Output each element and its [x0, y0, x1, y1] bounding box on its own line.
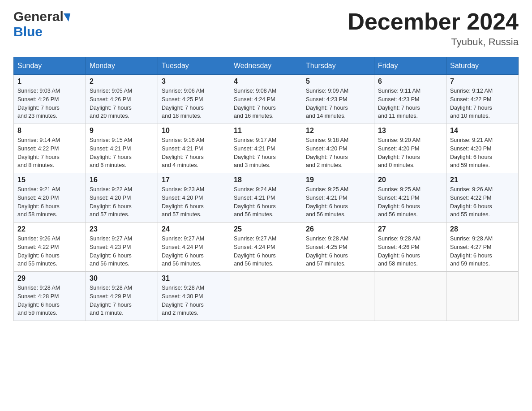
day-number: 10 [162, 127, 226, 135]
col-friday: Friday [374, 57, 446, 75]
day-info: Sunrise: 9:12 AMSunset: 4:22 PMDaylight:… [450, 87, 515, 120]
day-number: 9 [90, 127, 154, 135]
day-info: Sunrise: 9:28 AMSunset: 4:26 PMDaylight:… [378, 235, 442, 268]
calendar-cell: 16 Sunrise: 9:22 AMSunset: 4:20 PMDaylig… [86, 173, 158, 223]
logo: General Blue [13, 9, 70, 39]
day-number: 24 [162, 225, 226, 233]
week-row-5: 29 Sunrise: 9:28 AMSunset: 4:28 PMDaylig… [14, 272, 519, 321]
day-info: Sunrise: 9:28 AMSunset: 4:29 PMDaylight:… [90, 284, 154, 317]
day-number: 28 [450, 225, 515, 233]
day-info: Sunrise: 9:08 AMSunset: 4:24 PMDaylight:… [234, 87, 298, 120]
day-info: Sunrise: 9:11 AMSunset: 4:23 PMDaylight:… [378, 87, 442, 120]
day-info: Sunrise: 9:28 AMSunset: 4:25 PMDaylight:… [306, 235, 370, 268]
day-number: 15 [17, 176, 82, 184]
day-info: Sunrise: 9:28 AMSunset: 4:28 PMDaylight:… [17, 284, 82, 317]
calendar-cell: 7 Sunrise: 9:12 AMSunset: 4:22 PMDayligh… [446, 75, 519, 124]
page-header: General Blue December 2024 Tyubuk, Russi… [13, 9, 519, 48]
day-number: 18 [234, 176, 298, 184]
calendar-cell: 19 Sunrise: 9:25 AMSunset: 4:21 PMDaylig… [302, 173, 374, 223]
day-info: Sunrise: 9:15 AMSunset: 4:21 PMDaylight:… [90, 136, 154, 170]
calendar-cell: 3 Sunrise: 9:06 AMSunset: 4:25 PMDayligh… [158, 75, 230, 124]
col-monday: Monday [86, 57, 158, 75]
day-info: Sunrise: 9:28 AMSunset: 4:27 PMDaylight:… [450, 235, 515, 268]
day-info: Sunrise: 9:05 AMSunset: 4:26 PMDaylight:… [90, 87, 154, 120]
day-number: 30 [90, 274, 154, 283]
calendar-cell: 11 Sunrise: 9:17 AMSunset: 4:21 PMDaylig… [230, 124, 302, 173]
calendar-cell: 9 Sunrise: 9:15 AMSunset: 4:21 PMDayligh… [86, 124, 158, 173]
day-number: 21 [450, 176, 515, 184]
calendar-cell: 18 Sunrise: 9:24 AMSunset: 4:21 PMDaylig… [230, 173, 302, 223]
col-tuesday: Tuesday [158, 57, 230, 75]
calendar-cell: 5 Sunrise: 9:09 AMSunset: 4:23 PMDayligh… [302, 75, 374, 124]
day-number: 23 [90, 225, 154, 233]
calendar-cell: 1 Sunrise: 9:03 AMSunset: 4:26 PMDayligh… [14, 75, 86, 124]
calendar-cell [446, 272, 519, 321]
calendar-cell: 26 Sunrise: 9:28 AMSunset: 4:25 PMDaylig… [302, 223, 374, 272]
day-info: Sunrise: 9:21 AMSunset: 4:20 PMDaylight:… [450, 136, 515, 170]
logo-triangle-icon [64, 13, 70, 21]
day-info: Sunrise: 9:28 AMSunset: 4:30 PMDaylight:… [162, 284, 226, 317]
day-info: Sunrise: 9:27 AMSunset: 4:24 PMDaylight:… [162, 235, 226, 268]
day-info: Sunrise: 9:16 AMSunset: 4:21 PMDaylight:… [162, 136, 226, 170]
calendar-cell: 17 Sunrise: 9:23 AMSunset: 4:20 PMDaylig… [158, 173, 230, 223]
week-row-3: 15 Sunrise: 9:21 AMSunset: 4:20 PMDaylig… [14, 173, 519, 223]
calendar-cell: 6 Sunrise: 9:11 AMSunset: 4:23 PMDayligh… [374, 75, 446, 124]
calendar-cell: 13 Sunrise: 9:20 AMSunset: 4:20 PMDaylig… [374, 124, 446, 173]
day-number: 2 [90, 77, 154, 86]
logo-general-text: General [13, 9, 64, 24]
col-wednesday: Wednesday [230, 57, 302, 75]
col-sunday: Sunday [14, 57, 86, 75]
day-number: 19 [306, 176, 370, 184]
day-number: 17 [162, 176, 226, 184]
calendar-cell: 21 Sunrise: 9:26 AMSunset: 4:22 PMDaylig… [446, 173, 519, 223]
day-info: Sunrise: 9:22 AMSunset: 4:20 PMDaylight:… [90, 185, 154, 219]
day-number: 22 [17, 225, 82, 233]
day-info: Sunrise: 9:26 AMSunset: 4:22 PMDaylight:… [450, 185, 515, 219]
calendar-cell: 24 Sunrise: 9:27 AMSunset: 4:24 PMDaylig… [158, 223, 230, 272]
calendar-cell: 27 Sunrise: 9:28 AMSunset: 4:26 PMDaylig… [374, 223, 446, 272]
week-row-4: 22 Sunrise: 9:26 AMSunset: 4:22 PMDaylig… [14, 223, 519, 272]
location-title: Tyubuk, Russia [348, 36, 519, 48]
calendar-cell: 20 Sunrise: 9:25 AMSunset: 4:21 PMDaylig… [374, 173, 446, 223]
day-info: Sunrise: 9:26 AMSunset: 4:22 PMDaylight:… [17, 235, 82, 268]
month-title: December 2024 [348, 9, 519, 34]
day-number: 31 [162, 274, 226, 283]
week-row-2: 8 Sunrise: 9:14 AMSunset: 4:22 PMDayligh… [14, 124, 519, 173]
calendar-cell: 12 Sunrise: 9:18 AMSunset: 4:20 PMDaylig… [302, 124, 374, 173]
day-number: 11 [234, 127, 298, 135]
day-info: Sunrise: 9:25 AMSunset: 4:21 PMDaylight:… [306, 185, 370, 219]
day-info: Sunrise: 9:03 AMSunset: 4:26 PMDaylight:… [17, 87, 82, 120]
calendar-cell: 22 Sunrise: 9:26 AMSunset: 4:22 PMDaylig… [14, 223, 86, 272]
day-number: 6 [378, 77, 442, 86]
day-info: Sunrise: 9:27 AMSunset: 4:23 PMDaylight:… [90, 235, 154, 268]
day-info: Sunrise: 9:18 AMSunset: 4:20 PMDaylight:… [306, 136, 370, 170]
day-number: 8 [17, 127, 82, 135]
day-info: Sunrise: 9:17 AMSunset: 4:21 PMDaylight:… [234, 136, 298, 170]
day-number: 3 [162, 77, 226, 86]
calendar-cell: 15 Sunrise: 9:21 AMSunset: 4:20 PMDaylig… [14, 173, 86, 223]
title-section: December 2024 Tyubuk, Russia [348, 9, 519, 48]
day-info: Sunrise: 9:27 AMSunset: 4:24 PMDaylight:… [234, 235, 298, 268]
day-info: Sunrise: 9:06 AMSunset: 4:25 PMDaylight:… [162, 87, 226, 120]
day-info: Sunrise: 9:21 AMSunset: 4:20 PMDaylight:… [17, 185, 82, 219]
day-number: 12 [306, 127, 370, 135]
calendar-cell: 31 Sunrise: 9:28 AMSunset: 4:30 PMDaylig… [158, 272, 230, 321]
logo-blue-text: Blue [13, 24, 70, 39]
calendar-cell: 2 Sunrise: 9:05 AMSunset: 4:26 PMDayligh… [86, 75, 158, 124]
day-number: 13 [378, 127, 442, 135]
day-number: 27 [378, 225, 442, 233]
day-number: 5 [306, 77, 370, 86]
day-info: Sunrise: 9:20 AMSunset: 4:20 PMDaylight:… [378, 136, 442, 170]
day-number: 16 [90, 176, 154, 184]
calendar-header-row: Sunday Monday Tuesday Wednesday Thursday… [14, 57, 519, 75]
day-info: Sunrise: 9:23 AMSunset: 4:20 PMDaylight:… [162, 185, 226, 219]
calendar-cell: 23 Sunrise: 9:27 AMSunset: 4:23 PMDaylig… [86, 223, 158, 272]
day-number: 14 [450, 127, 515, 135]
calendar-table: Sunday Monday Tuesday Wednesday Thursday… [13, 57, 519, 321]
calendar-cell [230, 272, 302, 321]
day-number: 7 [450, 77, 515, 86]
calendar-cell [374, 272, 446, 321]
day-number: 20 [378, 176, 442, 184]
calendar-cell: 29 Sunrise: 9:28 AMSunset: 4:28 PMDaylig… [14, 272, 86, 321]
day-info: Sunrise: 9:14 AMSunset: 4:22 PMDaylight:… [17, 136, 82, 170]
